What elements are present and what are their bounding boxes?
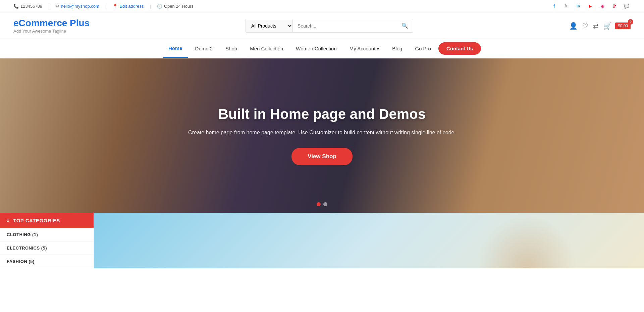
hero-banner: Built in Home page and Demos Create home… [0,58,644,213]
nav-item-shop[interactable]: Shop [220,40,243,57]
category-fashion[interactable]: FASHION (5) [0,255,94,268]
categories-icon: ≡ [7,218,10,223]
nav-item-men[interactable]: Men Collection [245,40,288,57]
clock-icon: 🕐 [157,4,162,9]
nav-label-account: My Account [350,46,376,51]
tagline: Add Your Awesome Tagline [13,29,90,34]
sep2: | [105,4,106,9]
logo-area: eCommerce Plus Add Your Awesome Tagline [13,18,90,34]
hero-dot-1[interactable] [317,202,321,206]
twitter-icon[interactable] [562,2,570,10]
nav-item-demo2[interactable]: Demo 2 [190,40,218,57]
categories-list: CLOTHING (1) ELECTRONICS (5) FASHION (5) [0,228,94,268]
hours-text: Open 24 Hours [164,4,194,9]
instagram-icon[interactable] [598,2,606,10]
nav-item-women[interactable]: Women Collection [290,40,342,57]
view-shop-button[interactable]: View Shop [291,148,353,165]
cart-badge: 0 [628,19,633,25]
top-bar: 📞 123456789 | ✉ hello@myshop.com | 📍 Edi… [0,0,644,12]
navbar: Home Demo 2 Shop Men Collection Women Co… [0,39,644,58]
nav-item-gopro[interactable]: Go Pro [410,40,436,57]
header-icons: 👤 ♡ ⇄ 🛒 0 $0.00 [569,22,631,30]
wishlist-icon[interactable]: ♡ [582,22,588,30]
whatsapp-icon[interactable] [623,2,631,10]
cart-button[interactable]: 🛒 0 $0.00 [603,22,631,30]
nav-item-blog[interactable]: Blog [387,40,408,57]
nav-item-contact[interactable]: Contact Us [438,42,481,55]
hero-dot-2[interactable] [323,202,327,206]
sep1: | [48,4,49,9]
phone-icon: 📞 [13,4,19,9]
hero-subtitle: Create home page from home page template… [188,128,456,137]
compare-icon[interactable]: ⇄ [593,22,599,30]
search-button[interactable]: 🔍 [397,19,413,32]
search-icon: 🔍 [401,23,408,29]
nav-link-women[interactable]: Women Collection [290,40,342,57]
search-area: All Products 🔍 [246,19,413,33]
phone-number: 123456789 [20,4,42,9]
nav-link-blog[interactable]: Blog [387,40,408,57]
email-icon: ✉ [55,4,59,9]
bottom-section: ≡ TOP CATEGORIES CLOTHING (1) ELECTRONIC… [0,213,644,268]
top-bar-left: 📞 123456789 | ✉ hello@myshop.com | 📍 Edi… [13,4,194,9]
dropdown-icon: ▾ [377,46,379,52]
edit-address-link[interactable]: Edit address [119,4,144,9]
hours-info: 🕐 Open 24 Hours [157,4,194,9]
cart-icon: 🛒 [603,22,612,30]
facebook-icon[interactable] [550,2,558,10]
address-info: 📍 Edit address [112,4,144,9]
youtube-icon[interactable] [586,2,594,10]
header: eCommerce Plus Add Your Awesome Tagline … [0,12,644,39]
phone-info: 📞 123456789 [13,4,42,9]
nav-link-demo2[interactable]: Demo 2 [190,40,218,57]
nav-link-men[interactable]: Men Collection [245,40,288,57]
nav-link-gopro[interactable]: Go Pro [410,40,436,57]
nav-item-home[interactable]: Home [163,39,188,58]
categories-panel: ≡ TOP CATEGORIES CLOTHING (1) ELECTRONIC… [0,213,94,268]
categories-title: TOP CATEGORIES [13,218,60,223]
nav-link-home[interactable]: Home [163,39,188,58]
pinterest-icon[interactable] [610,2,619,10]
promo-panel [94,213,644,268]
nav-item-account[interactable]: My Account ▾ [344,40,385,58]
nav-link-shop[interactable]: Shop [220,40,243,57]
location-icon: 📍 [112,4,118,9]
search-input[interactable] [293,20,397,32]
categories-header: ≡ TOP CATEGORIES [0,213,94,228]
logo-text[interactable]: eCommerce Plus [13,18,90,29]
email-info: ✉ hello@myshop.com [55,4,99,9]
nav-link-contact[interactable]: Contact Us [438,42,481,55]
hero-content: Built in Home page and Demos Create home… [188,106,456,165]
nav-link-account[interactable]: My Account ▾ [344,40,385,58]
nav-items: Home Demo 2 Shop Men Collection Women Co… [163,39,481,58]
category-electronics[interactable]: ELECTRONICS (5) [0,241,94,255]
top-bar-social [550,2,631,10]
email-link[interactable]: hello@myshop.com [61,4,99,9]
hero-dots [317,202,327,206]
linkedin-icon[interactable] [574,2,582,10]
category-clothing[interactable]: CLOTHING (1) [0,228,94,241]
category-select[interactable]: All Products [246,19,293,32]
user-icon[interactable]: 👤 [569,22,578,30]
hero-title: Built in Home page and Demos [188,106,456,122]
sep3: | [150,4,151,9]
